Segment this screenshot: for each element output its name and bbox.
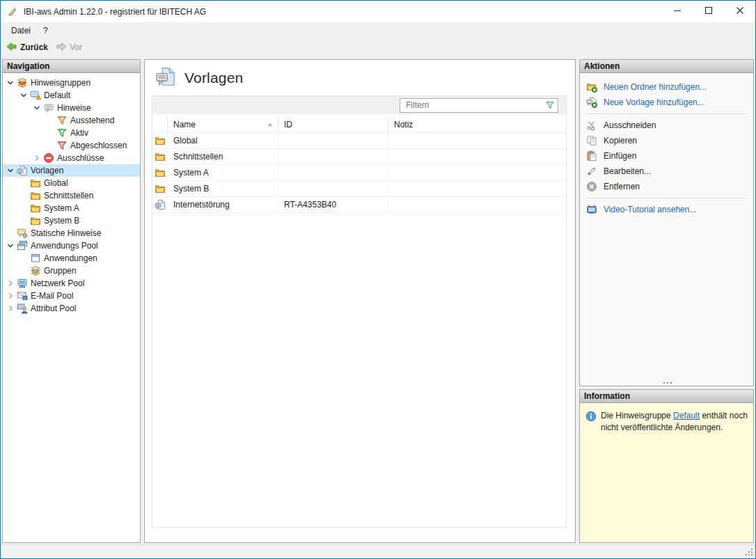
nav-tree-item-default[interactable]: Default bbox=[3, 89, 140, 102]
cell-name: System B bbox=[168, 181, 278, 196]
action-bearbeiten[interactable]: Bearbeiten... bbox=[580, 164, 753, 179]
forward-button[interactable]: Vor bbox=[54, 40, 86, 56]
network-pool-icon bbox=[16, 278, 29, 289]
notes-icon bbox=[42, 102, 55, 113]
action-entfernen[interactable]: Entfernen bbox=[580, 179, 753, 194]
nav-tree-item-netzwerk-pool[interactable]: Netzwerk Pool bbox=[3, 277, 140, 290]
nav-tree-label: System A bbox=[42, 203, 82, 213]
cell-id bbox=[278, 165, 388, 180]
nav-tree-item-hinweisgruppen[interactable]: Hinweisgruppen bbox=[3, 77, 140, 89]
maximize-button[interactable] bbox=[693, 1, 724, 22]
email-pool-icon bbox=[16, 290, 29, 301]
action-label: Entfernen bbox=[604, 182, 640, 191]
column-header-id[interactable]: ID bbox=[278, 116, 388, 132]
status-bar bbox=[1, 544, 755, 558]
back-button[interactable]: Zurück bbox=[4, 40, 52, 56]
action-neuen-ordner-hinzuf-gen[interactable]: Neuen Ordner hinzufügen... bbox=[580, 79, 753, 95]
chevron-collapsed-icon[interactable] bbox=[5, 278, 16, 289]
cell-name: Schnittstellen bbox=[168, 149, 278, 164]
action-kopieren[interactable]: Kopieren bbox=[580, 133, 753, 148]
nav-tree-item-ausschl-sse[interactable]: Ausschlüsse bbox=[3, 152, 140, 164]
action-einf-gen[interactable]: Einfügen bbox=[580, 148, 753, 164]
paste-icon bbox=[586, 150, 597, 162]
nav-tree-label: Attribut Pool bbox=[29, 304, 79, 313]
filter-input[interactable] bbox=[400, 100, 544, 110]
nav-tree-item-anwendungen[interactable]: Anwendungen bbox=[3, 252, 140, 265]
close-button[interactable] bbox=[724, 1, 755, 22]
panel-resize-grip[interactable] bbox=[667, 382, 668, 384]
funnel-completed-icon bbox=[56, 140, 68, 151]
chevron-collapsed-icon[interactable] bbox=[5, 303, 16, 314]
chevron-expanded-icon[interactable] bbox=[18, 90, 29, 101]
default-group-link[interactable]: Default bbox=[673, 411, 700, 420]
nav-tree-label: System B bbox=[42, 216, 82, 226]
cell-name: Global bbox=[168, 133, 278, 148]
action-ausschneiden[interactable]: Ausschneiden bbox=[580, 118, 753, 133]
nav-tree-item-e-mail-pool[interactable]: E-Mail Pool bbox=[3, 290, 140, 302]
action-neue-vorlage-hinzuf-gen[interactable]: Neue Vorlage hinzufügen... bbox=[580, 95, 753, 110]
templates-icon bbox=[16, 165, 29, 176]
table-row[interactable]: System B bbox=[152, 181, 566, 197]
folder-icon bbox=[29, 178, 42, 189]
column-header-icon[interactable] bbox=[152, 116, 168, 132]
chevron-expanded-icon[interactable] bbox=[5, 77, 16, 88]
nav-tree: HinweisgruppenDefaultHinweiseAusstehendA… bbox=[3, 73, 140, 542]
column-header-notiz[interactable]: Notiz bbox=[388, 116, 566, 132]
nav-tree-item-abgeschlossen[interactable]: Abgeschlossen bbox=[3, 139, 140, 152]
back-arrow-icon bbox=[6, 41, 17, 54]
groups-icon bbox=[29, 265, 42, 276]
cell-id bbox=[278, 133, 388, 148]
filter-field bbox=[400, 98, 558, 113]
nav-tree-label: Anwendungen bbox=[42, 253, 100, 263]
cell-id bbox=[278, 149, 388, 164]
folder-icon bbox=[29, 203, 42, 214]
nav-tree-item-global[interactable]: Global bbox=[3, 177, 140, 189]
nav-tree-item-ausstehend[interactable]: Ausstehend bbox=[3, 114, 140, 127]
chevron-expanded-icon[interactable] bbox=[5, 240, 16, 251]
nav-tree-item-system-b[interactable]: System B bbox=[3, 214, 140, 227]
application-pool-icon bbox=[16, 240, 29, 251]
menu-bar: Datei ? bbox=[1, 22, 755, 38]
nav-tree-item-aktiv[interactable]: Aktiv bbox=[3, 127, 140, 139]
folder-icon bbox=[152, 165, 168, 180]
copy-icon bbox=[586, 135, 597, 146]
window-controls bbox=[661, 1, 755, 22]
table-row[interactable]: Global bbox=[152, 133, 566, 149]
nav-tree-item-system-a[interactable]: System A bbox=[3, 202, 140, 214]
chevron-expanded-icon[interactable] bbox=[5, 165, 16, 176]
nav-tree-item-attribut-pool[interactable]: Attribut Pool bbox=[3, 302, 140, 315]
minimize-icon bbox=[672, 5, 683, 18]
table-row[interactable]: System A bbox=[152, 165, 566, 181]
remove-icon bbox=[586, 181, 597, 192]
nav-tree-item-hinweise[interactable]: Hinweise bbox=[3, 102, 140, 114]
menu-datei[interactable]: Datei bbox=[5, 24, 37, 37]
table-row[interactable]: Schnittstellen bbox=[152, 149, 566, 165]
nav-tree-item-schnittstellen[interactable]: Schnittstellen bbox=[3, 189, 140, 202]
action-label: Bearbeiten... bbox=[604, 166, 651, 176]
cell-notiz bbox=[388, 165, 566, 180]
actions-separator bbox=[586, 198, 746, 198]
nav-tree-label: Gruppen bbox=[42, 266, 79, 276]
resize-grip[interactable] bbox=[751, 554, 753, 556]
minimize-button[interactable] bbox=[661, 1, 693, 22]
action-label: Video-Tutorial ansehen... bbox=[604, 205, 696, 214]
actions-panel: Aktionen Neuen Ordner hinzufügen...Neue … bbox=[579, 59, 754, 386]
action-video-tutorial-ansehen[interactable]: Video-Tutorial ansehen... bbox=[580, 202, 753, 217]
nav-tree-item-statische-hinweise[interactable]: Statische Hinweise bbox=[3, 227, 140, 239]
column-header-name[interactable]: Name bbox=[168, 116, 278, 132]
nav-tree-item-anwendungs-pool[interactable]: Anwendungs Pool bbox=[3, 239, 140, 252]
video-tutorial-icon bbox=[586, 204, 597, 215]
cell-id: RT-A4353B40 bbox=[278, 197, 388, 212]
filter-funnel-icon[interactable] bbox=[544, 100, 556, 111]
chevron-expanded-icon[interactable] bbox=[31, 102, 42, 113]
nav-tree-label: Schnittstellen bbox=[42, 191, 96, 200]
table-row[interactable]: InternetstörungRT-A4353B40 bbox=[152, 197, 566, 213]
cell-notiz bbox=[388, 181, 566, 196]
chevron-collapsed-icon[interactable] bbox=[31, 152, 42, 164]
chevron-collapsed-icon[interactable] bbox=[5, 290, 16, 301]
nav-tree-item-vorlagen[interactable]: Vorlagen bbox=[3, 164, 140, 177]
exclusions-icon bbox=[42, 152, 55, 164]
nav-tree-item-gruppen[interactable]: Gruppen bbox=[3, 265, 140, 277]
menu-help[interactable]: ? bbox=[37, 24, 54, 37]
table-body: GlobalSchnittstellenSystem ASystem BInte… bbox=[152, 133, 566, 213]
